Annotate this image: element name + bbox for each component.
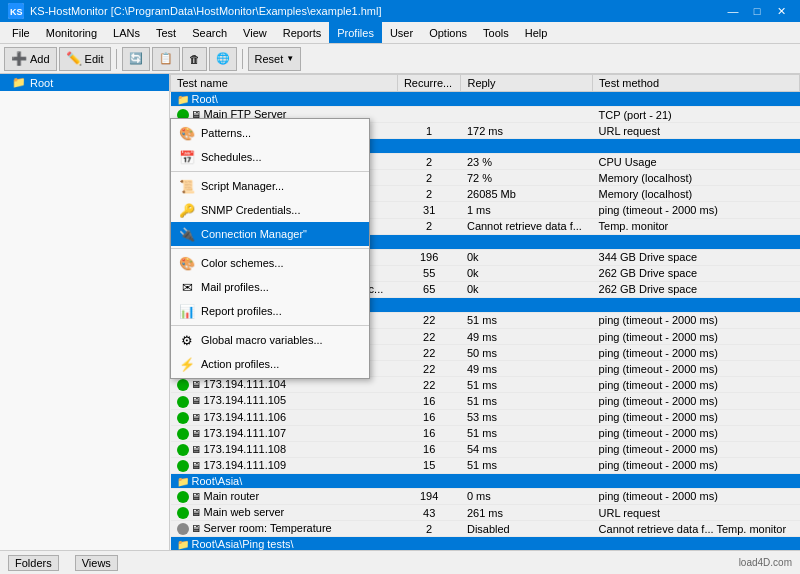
cell-method: ping (timeout - 2000 ms) — [593, 345, 800, 361]
cell-reply — [461, 92, 593, 107]
cell-reply: 49 ms — [461, 329, 593, 345]
menu-connection-manager[interactable]: 🔌 Connection Manager" — [171, 222, 369, 246]
row-type-icon: 🖥 — [191, 507, 201, 518]
status-dot-icon — [177, 444, 189, 456]
cell-status: 16 — [397, 425, 461, 441]
close-button[interactable]: ✕ — [770, 2, 792, 20]
maximize-button[interactable]: □ — [746, 2, 768, 20]
cell-method — [593, 537, 800, 550]
menu-test[interactable]: Test — [148, 22, 184, 43]
cell-status: 2 — [397, 170, 461, 186]
menu-monitoring[interactable]: Monitoring — [38, 22, 105, 43]
cell-status: 22 — [397, 329, 461, 345]
cell-status: 16 — [397, 393, 461, 409]
table-row[interactable]: 📁Root\Asia\ — [171, 473, 800, 488]
row-type-icon: 🖥 — [191, 428, 201, 439]
menu-separator-3 — [171, 325, 369, 326]
menu-report-profiles[interactable]: 📊 Report profiles... — [171, 299, 369, 323]
table-row[interactable]: 🖥Main web server43261 msURL request — [171, 504, 800, 520]
table-row[interactable]: 🖥173.194.111.1071651 msping (timeout - 2… — [171, 425, 800, 441]
mail-icon: ✉ — [179, 279, 195, 295]
folder-icon: 📁 — [12, 76, 26, 89]
menu-color-schemes[interactable]: 🎨 Color schemes... — [171, 251, 369, 275]
cell-status: 22 — [397, 312, 461, 328]
status-dot-icon — [177, 507, 189, 519]
menu-schedules[interactable]: 📅 Schedules... — [171, 145, 369, 169]
toolbar: ➕ Add ✏️ Edit 🔄 📋 🗑 🌐 Reset ▼ — [0, 44, 800, 74]
menu-file[interactable]: File — [4, 22, 38, 43]
cell-method: 344 GB Drive space — [593, 249, 800, 265]
cell-method: Cannot retrieve data f... Temp. monitor — [593, 521, 800, 537]
status-dot-icon — [177, 460, 189, 472]
edit-button[interactable]: ✏️ Edit — [59, 47, 111, 71]
reset-button[interactable]: Reset ▼ — [248, 47, 302, 71]
menu-snmp-credentials[interactable]: 🔑 SNMP Credentials... — [171, 198, 369, 222]
row-type-icon: 🖥 — [191, 395, 201, 406]
menu-separator-2 — [171, 248, 369, 249]
menu-tools[interactable]: Tools — [475, 22, 517, 43]
menu-profiles[interactable]: Profiles — [329, 22, 382, 43]
cell-reply: 0k — [461, 265, 593, 281]
menu-reports[interactable]: Reports — [275, 22, 330, 43]
menu-global-macros[interactable]: ⚙ Global macro variables... — [171, 328, 369, 352]
cell-reply: 0k — [461, 281, 593, 297]
table-row[interactable]: 🖥173.194.111.1091551 msping (timeout - 2… — [171, 457, 800, 473]
cell-reply: 51 ms — [461, 312, 593, 328]
cell-status: 31 — [397, 202, 461, 218]
main-area: 📁 Root 🎨 Patterns... 📅 Schedules... 📜 Sc… — [0, 74, 800, 550]
cell-status: 65 — [397, 281, 461, 297]
cell-method: ping (timeout - 2000 ms) — [593, 488, 800, 504]
title-bar: KS KS-HostMonitor [C:\ProgramData\HostMo… — [0, 0, 800, 22]
cell-method — [593, 92, 800, 107]
cell-reply: 50 ms — [461, 345, 593, 361]
toolbar-icon-4[interactable]: 🌐 — [209, 47, 237, 71]
menu-options[interactable]: Options — [421, 22, 475, 43]
cell-reply — [461, 297, 593, 312]
cell-status: 1 — [397, 123, 461, 139]
menu-patterns[interactable]: 🎨 Patterns... — [171, 121, 369, 145]
table-row[interactable]: 📁Root\ — [171, 92, 800, 107]
table-row[interactable]: 🖥173.194.111.1081654 msping (timeout - 2… — [171, 441, 800, 457]
cell-reply: 54 ms — [461, 441, 593, 457]
cell-method: 262 GB Drive space — [593, 281, 800, 297]
col-header-name[interactable]: Test name — [171, 75, 398, 92]
cell-status — [397, 234, 461, 249]
toolbar-icon-2[interactable]: 📋 — [152, 47, 180, 71]
window-controls: — □ ✕ — [722, 2, 792, 20]
col-header-reply[interactable]: Reply — [461, 75, 593, 92]
cell-status — [397, 139, 461, 154]
menu-mail-profiles[interactable]: ✉ Mail profiles... — [171, 275, 369, 299]
table-row[interactable]: 🖥173.194.111.1061653 msping (timeout - 2… — [171, 409, 800, 425]
sidebar-item-root[interactable]: 📁 Root — [0, 74, 169, 91]
cell-status: 2 — [397, 154, 461, 170]
menu-search[interactable]: Search — [184, 22, 235, 43]
menu-action-profiles[interactable]: ⚡ Action profiles... — [171, 352, 369, 376]
status-dot-icon — [177, 412, 189, 424]
toolbar-icon-1[interactable]: 🔄 — [122, 47, 150, 71]
menu-lans[interactable]: LANs — [105, 22, 148, 43]
minimize-button[interactable]: — — [722, 2, 744, 20]
add-button[interactable]: ➕ Add — [4, 47, 57, 71]
menu-user[interactable]: User — [382, 22, 421, 43]
edit-icon: ✏️ — [66, 51, 82, 66]
table-row[interactable]: 🖥Server room: Temperature2DisabledCannot… — [171, 521, 800, 537]
col-header-method[interactable]: Test method — [593, 75, 800, 92]
cell-reply: 51 ms — [461, 425, 593, 441]
profiles-menu: 🎨 Patterns... 📅 Schedules... 📜 Script Ma… — [170, 118, 370, 379]
toolbar-separator-2 — [242, 49, 243, 69]
menu-help[interactable]: Help — [517, 22, 556, 43]
col-header-recurrence[interactable]: Recurre... — [397, 75, 461, 92]
table-row[interactable]: 🖥173.194.111.1051651 msping (timeout - 2… — [171, 393, 800, 409]
table-row[interactable]: 🖥Main router1940 msping (timeout - 2000 … — [171, 488, 800, 504]
menu-script-manager[interactable]: 📜 Script Manager... — [171, 174, 369, 198]
cell-reply: 261 ms — [461, 504, 593, 520]
folders-tab[interactable]: Folders — [8, 555, 59, 571]
table-row[interactable]: 📁Root\Asia\Ping tests\ — [171, 537, 800, 550]
views-tab[interactable]: Views — [75, 555, 118, 571]
cell-reply: 1 ms — [461, 202, 593, 218]
toolbar-icon-3[interactable]: 🗑 — [182, 47, 207, 71]
table-row[interactable]: 🖥173.194.111.1042251 msping (timeout - 2… — [171, 377, 800, 393]
cell-method: ping (timeout - 2000 ms) — [593, 361, 800, 377]
menu-view[interactable]: View — [235, 22, 275, 43]
cell-status: 22 — [397, 377, 461, 393]
